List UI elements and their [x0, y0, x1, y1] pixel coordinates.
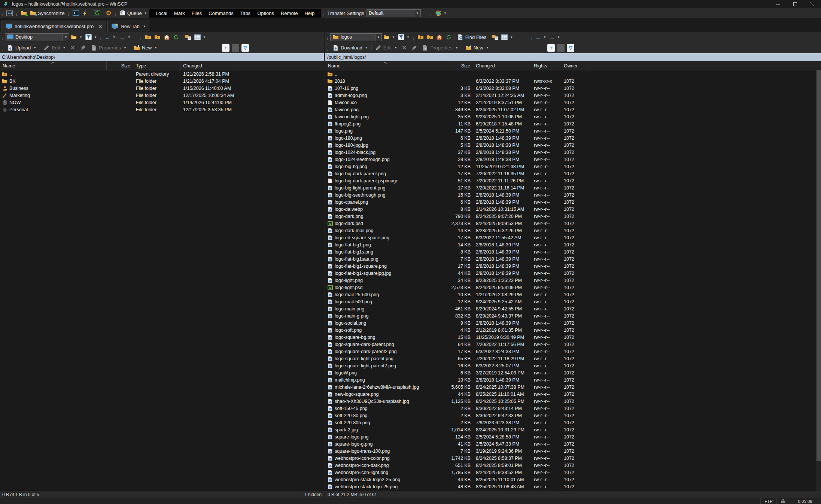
close-icon[interactable]: ✕ [98, 24, 102, 29]
file-row[interactable]: logo-big-dark-parent.pspimage 51 KB 7/20… [325, 177, 821, 184]
toolbar-grip[interactable] [326, 34, 329, 40]
synchronize-button[interactable]: ↻ Synchronize [28, 9, 66, 18]
menu-item-mark[interactable]: Mark [171, 10, 188, 16]
file-row[interactable]: Personal File folder 12/17/2025 3:53:35 … [0, 106, 324, 113]
file-row[interactable]: logo-mail-500.png 12 KB 9/24/2025 9:25:4… [325, 298, 821, 305]
local-refresh-button[interactable] [171, 33, 181, 42]
file-row[interactable]: logo-flat-big1-squarejpg.jpg 44 KB 2/8/2… [325, 270, 821, 277]
menu-item-options[interactable]: Options [254, 10, 277, 16]
column-header-name[interactable]: Name [325, 61, 446, 70]
select-files-button[interactable]: + [222, 44, 229, 52]
vertical-scrollbar[interactable] [816, 70, 821, 491]
file-row[interactable]: webhostpro-stack-logo-25.png 48 KB 8/25/… [325, 483, 821, 490]
file-row[interactable]: soft-150-45.png 2 KB 8/30/2022 9:43:14 P… [325, 405, 821, 412]
local-view-style-button[interactable]: ▼ [193, 33, 207, 42]
local-home-directory-button[interactable] [162, 33, 171, 42]
file-row[interactable]: 107-16.png 3 KB 6/3/2022 8:32:08 PM rw-r… [325, 85, 821, 92]
file-row[interactable]: logo-mail-25-500.png 10 KB 1/21/2026 2:0… [325, 291, 821, 298]
file-row[interactable]: favicon-light.png 35 KB 9/23/2025 1:10:0… [325, 113, 821, 120]
remote-view-style-button[interactable]: ▼ [500, 33, 514, 42]
upload-button[interactable]: Upload▼ [5, 43, 39, 52]
file-row[interactable]: favicon.png 849 KB 8/24/2025 11:07:02 PM… [325, 106, 821, 113]
selection-filter-icon[interactable]: ▽ [241, 44, 249, 52]
toolbar-grip[interactable] [412, 34, 415, 40]
file-row[interactable]: alogo-light.psd 2,573 KB 8/24/2025 9:53:… [325, 284, 821, 291]
file-row[interactable]: BK File folder 1/21/2026 4:17:04 PM [0, 78, 324, 85]
local-hidden-count[interactable]: 1 hidden [302, 491, 324, 498]
file-row[interactable]: logo-big-bg.png 12 KB 11/25/2019 6:21:38… [325, 163, 821, 170]
file-row[interactable]: logo-big-dark-parent.png 17 KB 7/20/2022… [325, 170, 821, 177]
column-header-size[interactable]: Size [446, 61, 473, 70]
find-files-button[interactable]: Find Files [456, 33, 488, 42]
file-row[interactable]: spark-2.jpg 1,014 KB 8/24/2025 10:31:29 … [325, 426, 821, 433]
file-row[interactable]: logo-big-seethrough.png 15 KB 2/8/2018 1… [325, 191, 821, 198]
maximize-button[interactable] [787, 0, 804, 8]
file-row[interactable]: admin-logo.png 3 KB 2/14/2021 12:24:26 A… [325, 92, 821, 99]
file-row[interactable]: square-logo.png 124 KB 2/5/2024 5:28:58 … [325, 433, 821, 440]
file-row[interactable]: logo-square-dark-parent.png 64 KB 7/20/2… [325, 341, 821, 348]
file-row[interactable]: mailchimp.png 13 KB 2/8/2018 1:48:39 PM … [325, 376, 821, 383]
menu-item-local[interactable]: Local [152, 10, 171, 16]
properties-button[interactable]: Properties▼ [420, 43, 460, 52]
file-row[interactable]: logo-flat-big1s.png 8 KB 2/8/2018 1:48:3… [325, 248, 821, 255]
properties-button[interactable]: Properties▼ [88, 43, 129, 52]
minimize-button[interactable] [769, 0, 787, 8]
file-row[interactable]: logo-dark-mail.png 14 KB 8/28/2025 5:32:… [325, 227, 821, 234]
local-root-directory-button[interactable] [153, 33, 162, 42]
column-header-size[interactable]: Size [107, 61, 133, 70]
menu-item-remote[interactable]: Remote [277, 10, 301, 16]
column-header-rights[interactable]: Rights [531, 61, 561, 70]
remote-root-directory-button[interactable] [425, 33, 435, 42]
toolbar-grip[interactable] [67, 10, 70, 16]
menu-item-tabs[interactable]: Tabs [237, 10, 254, 16]
protocol-indicator[interactable]: FTP [760, 498, 776, 504]
remote-home-directory-button[interactable] [435, 33, 444, 42]
file-row[interactable]: ffmpeg2.png 11 KB 6/19/2018 7:15:48 PM r… [325, 120, 821, 127]
scrollbar-thumb[interactable] [817, 70, 821, 461]
column-header-changed[interactable]: Changed [473, 61, 531, 70]
toolbar-grip[interactable] [100, 34, 102, 40]
toolbar-grip[interactable] [1, 10, 4, 16]
file-row[interactable]: logo-flat-big1-square.png 17 KB 2/8/2018… [325, 262, 821, 270]
file-row[interactable]: webhostpro-stack-logo2-25.png 44 KB 8/25… [325, 476, 821, 483]
download-button[interactable]: Download▼ [330, 43, 370, 52]
remote-filter-button[interactable]: ▼ [396, 33, 411, 42]
local-forward-button[interactable]: →▼ [117, 33, 133, 42]
file-row[interactable]: webhostpro-icon-color.png 1,742 KB 8/24/… [325, 455, 821, 462]
file-row[interactable]: 2018 6/3/2022 8:33:37 PM rwxr-xr-x 1072 [325, 78, 821, 85]
file-row[interactable]: logo-1024-seethrough.png 28 KB 2/8/2018 … [325, 156, 821, 163]
column-header-owner[interactable]: Owner [561, 61, 587, 70]
upload-sync-button[interactable]: ⇅ [19, 9, 28, 18]
toolbar-grip[interactable] [114, 10, 117, 16]
file-row[interactable]: alogo-dark.psd 2,373 KB 8/24/2025 9:09:5… [325, 220, 821, 227]
toolbar-grip[interactable] [15, 10, 18, 16]
edit-button[interactable]: Edit▼ [41, 43, 68, 52]
file-row[interactable]: square-logo-g.png 41 KB 2/5/2024 5:47:33… [325, 440, 821, 447]
file-row[interactable]: .. Parent directory 1/21/2026 2:58:31 PM [0, 70, 324, 78]
file-row[interactable]: webhostpro-icon-dark.png 651 KB 8/24/202… [325, 462, 821, 469]
unselect-files-button[interactable]: − [232, 44, 239, 52]
file-row[interactable]: logo.png 147 KB 2/5/2024 5:21:50 PM rw-r… [325, 127, 821, 134]
file-row[interactable]: logo-square-light-parent.png 65 KB 7/20/… [325, 355, 821, 362]
transfer-settings-dropdown[interactable]: Default ▼ [367, 9, 421, 17]
delete-button[interactable]: ✕ [68, 43, 77, 52]
remote-copy-path-button[interactable] [490, 33, 500, 42]
file-row[interactable]: logo-180.png 6 KB 2/8/2018 1:48:39 PM rw… [325, 134, 821, 142]
column-header-changed[interactable]: Changed [180, 61, 237, 70]
local-file-list[interactable]: .. Parent directory 1/21/2026 2:58:31 PM… [0, 70, 324, 491]
encryption-indicator[interactable] [776, 498, 789, 504]
local-location-dropdown[interactable]: Desktop ▼ [5, 33, 69, 41]
file-row[interactable]: new-logo-square.png 44 KB 8/25/2025 11:1… [325, 391, 821, 398]
delete-button[interactable]: ✕ [399, 43, 409, 52]
file-row[interactable]: logo-social.png 9 KB 2/8/2018 1:48:39 PM… [325, 319, 821, 327]
file-row[interactable]: webhostpro-icon-light.png 1,785 KB 8/24/… [325, 469, 821, 476]
file-row[interactable]: logo-square-light-parent2.png 16 KB 6/3/… [325, 362, 821, 369]
local-filter-button[interactable]: ▼ [84, 33, 98, 42]
file-row[interactable]: shao-h-Xh36U9QcSJs-unsplash.jpg 1,125 KB… [325, 398, 821, 405]
file-row[interactable]: logo-big-light-parent.png 17 KB 7/20/202… [325, 184, 821, 191]
file-row[interactable]: logo-1024-black.jpg 37 KB 2/8/2018 1:48:… [325, 149, 821, 156]
file-row[interactable]: logo-square-bg.png 15 KB 11/25/2019 6:30… [325, 334, 821, 341]
file-row[interactable]: michele-lana-2r6ehzw8MiA-unsplash.jpg 5,… [325, 383, 821, 391]
new-tab-button[interactable]: New Tab ▼ [107, 21, 150, 32]
file-row[interactable]: favicon.ico 12 KB 2/12/2019 8:37:51 PM r… [325, 99, 821, 106]
